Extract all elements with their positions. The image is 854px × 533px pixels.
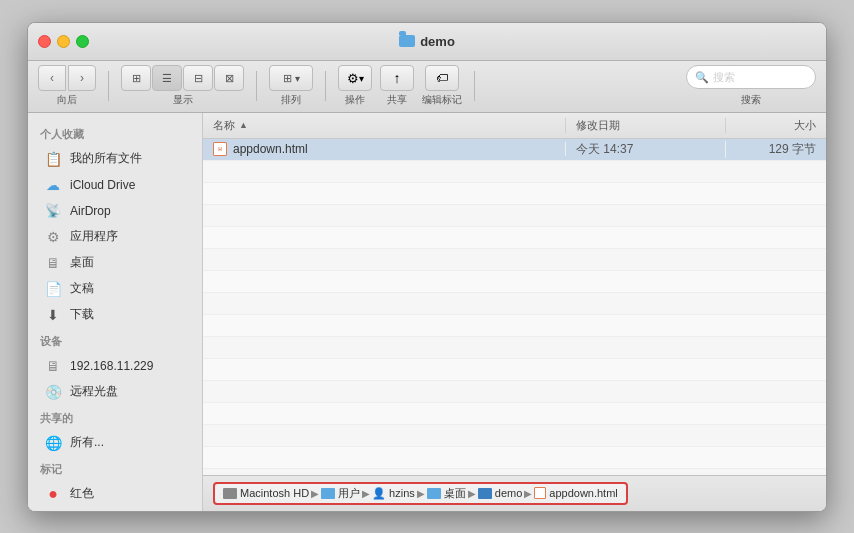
close-button[interactable] [38,35,51,48]
shared-label: 共享的 [28,405,202,430]
view-list-btn[interactable]: ☰ [152,65,182,91]
finder-window: demo ‹ › 向后 ⊞ ☰ ⊟ ⊠ 显示 [27,22,827,512]
sidebar-item-airdrop[interactable]: 📡 AirDrop [32,198,198,224]
back-button[interactable]: ‹ [38,65,66,91]
path-item-hzins[interactable]: 👤 hzins [372,487,415,500]
tags-label: 编辑标记 [422,93,462,107]
action-label: 操作 [345,93,365,107]
sidebar-item-label: 文稿 [70,280,94,297]
maximize-button[interactable] [76,35,89,48]
personal-label: 个人收藏 [28,121,202,146]
apps-icon: ⚙ [44,228,62,246]
file-size-cell: 129 字节 [726,141,826,158]
view-cover-btn[interactable]: ⊠ [214,65,244,91]
share-group: ↑ 共享 [380,65,414,107]
sort-button[interactable]: ⊞ ▾ [269,65,313,91]
hd-icon [223,488,237,499]
sidebar-item-tag-red[interactable]: ● 红色 [32,481,198,507]
path-item-hd[interactable]: Macintosh HD [223,487,309,499]
table-row [203,227,826,249]
sidebar-item-label: AirDrop [70,204,111,218]
search-box[interactable]: 🔍 搜索 [686,65,816,89]
sort-arrow: ▲ [239,120,248,130]
col-name[interactable]: 名称 ▲ [203,118,566,133]
path-label: demo [495,487,523,499]
view-icon-btn[interactable]: ⊞ [121,65,151,91]
path-sep: ▶ [417,488,425,499]
sidebar-item-docs[interactable]: 📄 文稿 [32,276,198,302]
table-row [203,271,826,293]
table-row [203,447,826,469]
tags-label: 标记 [28,456,202,481]
table-row [203,315,826,337]
path-sep: ▶ [468,488,476,499]
sidebar-item-icloud[interactable]: ☁ iCloud Drive [32,172,198,198]
sidebar-item-label: 红色 [70,485,94,502]
downloads-icon: ⬇ [44,306,62,324]
search-icon: 🔍 [695,71,709,84]
view-column-btn[interactable]: ⊟ [183,65,213,91]
table-row [203,183,826,205]
airdrop-icon: 📡 [44,202,62,220]
icloud-icon: ☁ [44,176,62,194]
sidebar-item-downloads[interactable]: ⬇ 下载 [32,302,198,328]
computer-icon: 🖥 [44,357,62,375]
optical-icon: 💿 [44,383,62,401]
sort-group: ⊞ ▾ 排列 [269,65,313,107]
sidebar-item-shared-all[interactable]: 🌐 所有... [32,430,198,456]
tags-button[interactable]: 🏷 [425,65,459,91]
path-label: Macintosh HD [240,487,309,499]
docs-icon: 📄 [44,280,62,298]
sidebar-item-label: 应用程序 [70,228,118,245]
red-tag-icon: ● [44,485,62,503]
action-group: ⚙▾ 操作 [338,65,372,107]
col-size[interactable]: 大小 [726,118,826,133]
sidebar-item-optical[interactable]: 💿 远程光盘 [32,379,198,405]
col-date[interactable]: 修改日期 [566,118,726,133]
sidebar-item-label: 远程光盘 [70,383,118,400]
sidebar: 个人收藏 📋 我的所有文件 ☁ iCloud Drive 📡 AirDrop ⚙… [28,113,203,511]
path-sep: ▶ [311,488,319,499]
separator-4 [474,71,475,101]
path-item-demo[interactable]: demo [478,487,523,499]
search-group: 🔍 搜索 搜索 [686,65,816,107]
file-name: appdown.html [233,142,308,156]
path-item-users[interactable]: 用户 [321,486,360,501]
table-row [203,425,826,447]
folder-icon [427,488,441,499]
table-row [203,205,826,227]
path-item-desktop[interactable]: 桌面 [427,486,466,501]
share-button[interactable]: ↑ [380,65,414,91]
separator-1 [108,71,109,101]
tags-group: 🏷 编辑标记 [422,65,462,107]
separator-3 [325,71,326,101]
file-name-cell: H appdown.html [203,142,566,156]
search-placeholder: 搜索 [713,70,735,85]
file-list: H appdown.html 今天 14:37 129 字节 [203,139,826,475]
action-button[interactable]: ⚙▾ [338,65,372,91]
sidebar-item-label: iCloud Drive [70,178,135,192]
sidebar-item-desktop[interactable]: 🖥 桌面 [32,250,198,276]
path-sep: ▶ [362,488,370,499]
statusbar: Macintosh HD ▶ 用户 ▶ 👤 hzins ▶ [203,475,826,511]
path-item-file[interactable]: appdown.html [534,487,618,499]
path-sep: ▶ [524,488,532,499]
minimize-button[interactable] [57,35,70,48]
all-files-icon: 📋 [44,150,62,168]
file-area: 名称 ▲ 修改日期 大小 H appdown.html 今天 14:37 129… [203,113,826,511]
view-buttons: ⊞ ☰ ⊟ ⊠ [121,65,244,91]
table-row[interactable]: H appdown.html 今天 14:37 129 字节 [203,139,826,161]
main-area: 个人收藏 📋 我的所有文件 ☁ iCloud Drive 📡 AirDrop ⚙… [28,113,826,511]
sidebar-item-apps[interactable]: ⚙ 应用程序 [32,224,198,250]
forward-button[interactable]: › [68,65,96,91]
share-label: 共享 [387,93,407,107]
sidebar-item-label: 桌面 [70,254,94,271]
sort-label: 排列 [281,93,301,107]
path-label: appdown.html [549,487,618,499]
desktop-icon: 🖥 [44,254,62,272]
traffic-lights [38,35,89,48]
sidebar-item-macintosh[interactable]: 🖥 192.168.11.229 [32,353,198,379]
toolbar: ‹ › 向后 ⊞ ☰ ⊟ ⊠ 显示 ⊞ ▾ 排列 [28,61,826,113]
sidebar-item-all-files[interactable]: 📋 我的所有文件 [32,146,198,172]
table-row [203,359,826,381]
